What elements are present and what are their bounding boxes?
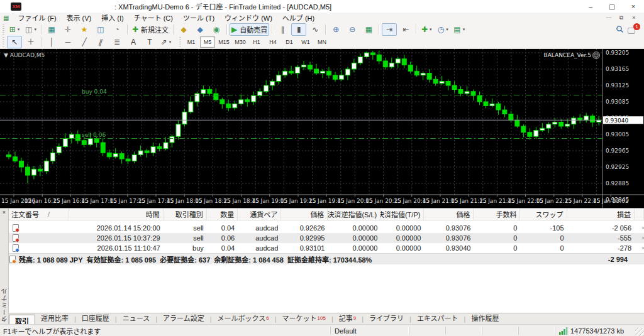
- timeframe-m15[interactable]: M15: [216, 36, 231, 48]
- tab-exposure[interactable]: 運用比率: [35, 312, 74, 324]
- column-header[interactable]: 価格: [424, 209, 474, 220]
- column-header[interactable]: 決済指値(T/P): [380, 209, 424, 220]
- column-header[interactable]: 時間: [69, 209, 164, 220]
- column-header[interactable]: [635, 209, 644, 220]
- navigator-button[interactable]: ★: [77, 23, 92, 36]
- close-button[interactable]: ×: [623, 0, 644, 13]
- close-order-button[interactable]: ×: [641, 245, 644, 251]
- order-row[interactable]: 2026.01.14 15:20:00sell0.04audcad0.92626…: [8, 223, 644, 233]
- auto-scroll-button[interactable]: ⇥: [382, 23, 397, 36]
- notifications-button[interactable]: 1: [628, 24, 639, 35]
- column-header[interactable]: 通貨ペア: [238, 209, 281, 220]
- tab-account-history[interactable]: 口座履歴: [76, 312, 115, 324]
- menu-item-window[interactable]: ウィンドウ (W): [219, 13, 277, 23]
- shapes-button[interactable]: ⇗▾: [158, 36, 174, 48]
- terminal-panel-button[interactable]: ◫: [93, 23, 108, 36]
- tile-windows-button[interactable]: ▦: [361, 23, 376, 36]
- zoom-out-button[interactable]: ⊖: [345, 23, 360, 36]
- tab-experts[interactable]: エキスパート: [411, 312, 464, 324]
- candle-body: [264, 85, 269, 92]
- vertical-line-button[interactable]: │: [44, 36, 59, 48]
- auto-trading-button[interactable]: ▶自動売買: [230, 23, 269, 36]
- market-watch-button[interactable]: ▦: [44, 23, 59, 36]
- bar-chart-button[interactable]: ∥: [275, 23, 290, 36]
- order-row[interactable]: 2026.01.15 11:10:47buy0.04audcad0.931010…: [8, 243, 644, 253]
- tab-news[interactable]: ニュース: [117, 312, 155, 324]
- column-header[interactable]: 手数料: [474, 209, 520, 220]
- maximize-button[interactable]: ▢: [601, 0, 623, 13]
- tab-journal[interactable]: 操作履歴: [465, 312, 504, 324]
- tab-trade[interactable]: 取引: [9, 315, 35, 324]
- auto-trading-label: 自動売買: [240, 24, 267, 35]
- timeframe-h4[interactable]: H4: [265, 36, 280, 48]
- tab-mailbox[interactable]: メールボックス6: [212, 312, 275, 324]
- templates-button[interactable]: ▤▾: [452, 23, 467, 36]
- minimize-button[interactable]: –: [580, 0, 601, 13]
- data-window-button[interactable]: ✛: [60, 23, 75, 36]
- timeframe-h1[interactable]: H1: [249, 36, 264, 48]
- experts-button[interactable]: ◆: [192, 23, 208, 36]
- child-close-button[interactable]: ×: [628, 14, 640, 21]
- strategy-tester-button[interactable]: ◔: [109, 23, 125, 36]
- equidistant-channel-button[interactable]: ∥: [93, 36, 108, 48]
- price-axis-label: 0.93125: [606, 82, 629, 89]
- chart-symbol-label[interactable]: ▼ AUDCAD,M5: [4, 52, 45, 58]
- column-header[interactable]: 取引種別: [164, 209, 207, 220]
- close-order-button[interactable]: ×: [641, 235, 644, 241]
- tab-market[interactable]: マーケット105: [277, 312, 331, 324]
- candlestick-chart-button[interactable]: ▮: [291, 23, 306, 36]
- crosshair-button[interactable]: ＋: [23, 36, 38, 48]
- column-header[interactable]: 損益: [567, 209, 635, 220]
- menu-item-insert[interactable]: 挿入 (I): [96, 13, 128, 23]
- timeframe-w1[interactable]: W1: [298, 36, 313, 48]
- column-header[interactable]: 数量: [207, 209, 238, 220]
- menu-item-tools[interactable]: ツール (T): [178, 13, 219, 23]
- zoom-in-button[interactable]: ⊕: [328, 23, 343, 36]
- community-button[interactable]: ◉: [209, 23, 224, 36]
- indicators-button[interactable]: ✚▾: [419, 23, 434, 36]
- timeframe-m30[interactable]: M30: [233, 36, 248, 48]
- new-chart-button[interactable]: ⊞▾: [7, 23, 22, 36]
- child-restore-button[interactable]: ⧉: [615, 14, 628, 21]
- terminal-rail-label[interactable]: ターミナル: [0, 288, 8, 322]
- trend-line-button[interactable]: ╱: [77, 36, 92, 48]
- fibonacci-button[interactable]: ≣: [109, 36, 125, 48]
- chart-shift-button[interactable]: ⇤: [398, 23, 413, 36]
- search-button[interactable]: [612, 23, 627, 36]
- menu-item-file[interactable]: ファイル (F): [13, 13, 61, 23]
- child-minimize-button[interactable]: —: [602, 14, 615, 21]
- line-chart-button[interactable]: ∿: [308, 23, 323, 36]
- menu-item-view[interactable]: 表示 (V): [62, 13, 97, 23]
- candlestick-chart[interactable]: 0.932050.931650.931250.930850.930450.930…: [0, 49, 644, 208]
- periods-button[interactable]: ◷▾: [435, 23, 450, 36]
- column-header[interactable]: 注文番号 /: [8, 209, 69, 220]
- close-order-button[interactable]: ×: [641, 225, 644, 231]
- terminal-close-button[interactable]: ×: [0, 209, 8, 216]
- cursor-button[interactable]: ↖: [7, 36, 22, 48]
- metaeditor-button[interactable]: ◆: [176, 23, 191, 36]
- column-header[interactable]: 決済逆指値(S/L): [328, 209, 380, 220]
- menu-item-charts[interactable]: チャート (C): [129, 13, 178, 23]
- timeframe-mn[interactable]: MN: [314, 36, 330, 48]
- candle-body: [591, 116, 595, 122]
- text-button[interactable]: A: [126, 36, 141, 48]
- tab-articles[interactable]: 記事9: [333, 312, 362, 324]
- profiles-button[interactable]: ◫▾: [23, 23, 38, 36]
- order-row[interactable]: 2026.01.15 10:37:29sell0.06audcad0.92995…: [8, 233, 644, 243]
- text-label-button[interactable]: T: [142, 36, 157, 48]
- tab-library[interactable]: ライブラリ: [364, 312, 409, 324]
- timeframe-m1[interactable]: M1: [184, 36, 199, 48]
- connection-status[interactable]: 1477534/1273 kb: [555, 327, 634, 335]
- tile-windows-icon: ▦: [365, 26, 372, 33]
- new-order-button[interactable]: ✚新規注文: [130, 23, 170, 36]
- column-header[interactable]: スワップ: [520, 209, 567, 220]
- resize-grip[interactable]: [635, 328, 644, 336]
- tab-alerts[interactable]: アラーム設定: [157, 312, 210, 324]
- column-header[interactable]: 価格: [281, 209, 328, 220]
- profile-cell[interactable]: Default: [330, 327, 409, 335]
- menu-item-help[interactable]: ヘルプ (H): [277, 13, 319, 23]
- timeframe-m5[interactable]: M5: [200, 36, 215, 48]
- horizontal-line-button[interactable]: ─: [60, 36, 75, 48]
- chart-area[interactable]: 0.932050.931650.931250.930850.930450.930…: [0, 49, 644, 208]
- timeframe-d1[interactable]: D1: [282, 36, 297, 48]
